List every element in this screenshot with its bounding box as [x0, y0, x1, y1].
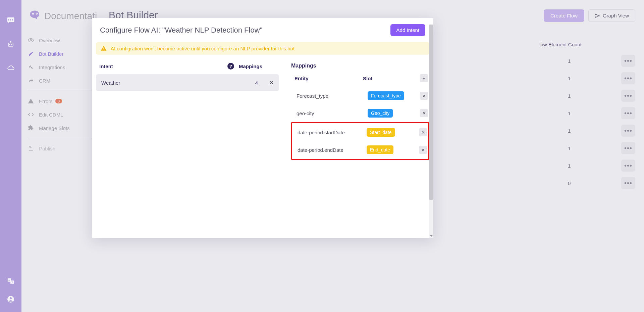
- slot-chip[interactable]: Start_date: [367, 128, 395, 137]
- intent-header-label: Intent: [96, 63, 113, 69]
- mapping-remove-icon[interactable]: ✕: [419, 128, 427, 136]
- intent-name: Weather: [101, 80, 120, 86]
- warning-text: AI configration won't become active unti…: [111, 46, 294, 51]
- intent-row[interactable]: Weather 4 ✕: [96, 74, 279, 91]
- slot-header: Slot: [363, 76, 420, 81]
- intent-remove-icon[interactable]: ✕: [269, 80, 274, 86]
- mapping-row: date-period.startDateStart_date✕: [292, 124, 428, 141]
- mapping-entity: Forecast_type: [297, 93, 368, 99]
- warning-icon: [101, 45, 107, 51]
- intent-column: Intent ? Mappings Weather 4 ✕: [96, 63, 289, 234]
- help-icon[interactable]: ?: [227, 63, 234, 70]
- configure-flow-modal: Configure Flow AI: "Weather NLP Detectio…: [92, 18, 433, 238]
- mapping-row: geo-cityGeo_city✕: [291, 104, 429, 122]
- modal-title: Configure Flow AI: "Weather NLP Detectio…: [100, 26, 262, 35]
- mappings-subheader: Entity Slot +: [291, 74, 429, 87]
- mappings-column: Mappings Entity Slot + Forecast_typeFore…: [289, 63, 429, 234]
- highlight-box: date-period.startDateStart_date✕date-per…: [291, 122, 429, 160]
- intent-mapping-count: 4: [255, 80, 258, 86]
- slot-chip[interactable]: Forecast_type: [368, 91, 404, 100]
- mapping-entity: geo-city: [297, 110, 368, 116]
- mappings-header: Mappings: [291, 63, 429, 74]
- slot-chip[interactable]: End_date: [367, 145, 393, 154]
- entity-header: Entity: [294, 76, 363, 81]
- svg-rect-23: [103, 48, 104, 49]
- mapping-row: Forecast_typeForecast_type✕: [291, 87, 429, 104]
- mapping-remove-icon[interactable]: ✕: [420, 109, 428, 117]
- mappings-header-label: Mappings: [239, 63, 279, 69]
- add-intent-button[interactable]: Add Intent: [390, 24, 425, 36]
- add-mapping-button[interactable]: +: [420, 74, 428, 82]
- mapping-entity: date-period.startDate: [298, 130, 367, 135]
- slot-chip[interactable]: Geo_city: [368, 109, 393, 118]
- mapping-remove-icon[interactable]: ✕: [419, 146, 427, 154]
- modal-body: Intent ? Mappings Weather 4 ✕ Mappings E…: [92, 55, 433, 238]
- scrollbar-down[interactable]: [429, 228, 433, 238]
- mapping-remove-icon[interactable]: ✕: [420, 92, 428, 100]
- mapping-entity: date-period.endDate: [298, 147, 367, 153]
- modal-header: Configure Flow AI: "Weather NLP Detectio…: [92, 18, 433, 42]
- modal-scrollbar[interactable]: [429, 25, 433, 231]
- mapping-row: date-period.endDateEnd_date✕: [292, 141, 428, 159]
- intent-column-header: Intent ? Mappings: [96, 63, 279, 74]
- svg-rect-24: [103, 50, 104, 50]
- scrollbar-thumb[interactable]: [429, 25, 433, 200]
- warning-banner: AI configration won't become active unti…: [96, 42, 429, 55]
